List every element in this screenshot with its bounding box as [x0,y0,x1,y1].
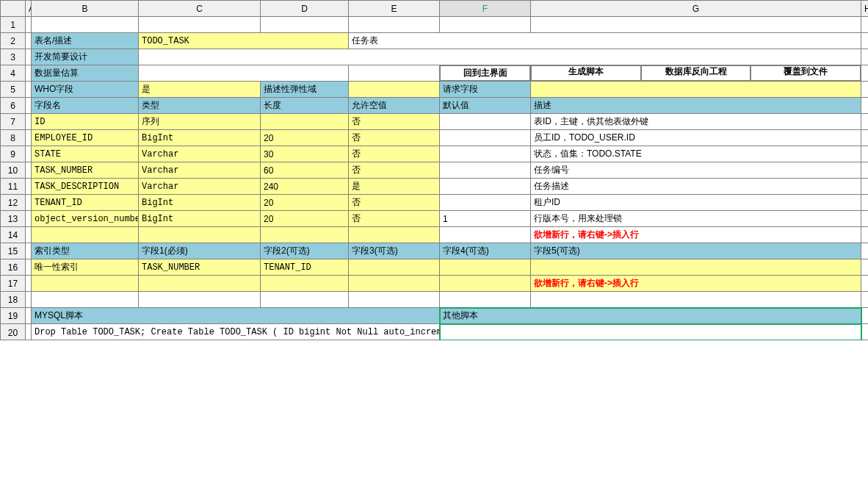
field-len[interactable]: 20 [261,130,349,146]
col-D[interactable]: D [261,1,349,17]
design-value[interactable] [139,49,861,65]
table-name-value[interactable]: TODO_TASK [139,33,349,49]
label-req[interactable]: 请求字段 [440,82,531,98]
empty-cell[interactable] [32,276,139,292]
field-default[interactable] [440,162,531,179]
row-5[interactable]: 5 [1,82,26,98]
row-17[interactable]: 17 [1,276,26,292]
field-desc[interactable]: 任务编号 [531,162,861,179]
col-C[interactable]: C [139,1,261,17]
idx-f5[interactable] [531,259,861,276]
label-flex[interactable]: 描述性弹性域 [261,82,349,98]
field-null[interactable]: 否 [349,130,440,146]
field-name[interactable]: TENANT_ID [32,195,139,211]
table-desc-value[interactable]: 任务表 [349,33,861,49]
field-desc[interactable]: 租户ID [531,195,861,211]
label-who[interactable]: WHO字段 [32,82,139,98]
row-8[interactable]: 8 [1,130,26,146]
other-script-body[interactable] [440,324,861,340]
corner-cell[interactable] [1,1,26,17]
req-value[interactable] [531,82,861,98]
col-A[interactable]: A [26,1,32,17]
row-20[interactable]: 20 [1,324,26,340]
field-null[interactable]: 否 [349,195,440,211]
db-reverse-button[interactable]: 数据库反向工程 [641,65,751,81]
field-default[interactable] [440,195,531,211]
field-null[interactable]: 否 [349,162,440,179]
field-null[interactable]: 否 [349,211,440,227]
field-type[interactable]: BigInt [139,195,261,211]
row-4[interactable]: 4 [1,65,26,82]
field-desc[interactable]: 表ID，主键，供其他表做外键 [531,114,861,130]
empty-cell[interactable] [139,227,261,243]
idx-f4[interactable] [440,259,531,276]
field-desc[interactable]: 任务描述 [531,179,861,195]
field-name[interactable]: EMPLOYEE_ID [32,130,139,146]
col-E[interactable]: E [349,1,440,17]
field-desc[interactable]: 行版本号，用来处理锁 [531,211,861,227]
field-default[interactable] [440,146,531,162]
empty-cell[interactable] [440,276,531,292]
field-name[interactable]: STATE [32,146,139,162]
field-type[interactable]: 序列 [139,114,261,130]
col-G[interactable]: G [531,1,861,17]
row-7[interactable]: 7 [1,114,26,130]
label-design[interactable]: 开发简要设计 [32,49,139,65]
field-name[interactable]: object_version_number [32,211,139,227]
who-value[interactable]: 是 [139,82,261,98]
empty-cell[interactable] [349,227,440,243]
idx-type[interactable]: 唯一性索引 [32,259,139,276]
row-6[interactable]: 6 [1,98,26,114]
field-default[interactable]: 1 [440,211,531,227]
idx-f1[interactable]: TASK_NUMBER [139,259,261,276]
field-len[interactable]: 30 [261,146,349,162]
row-19[interactable]: 19 [1,308,26,324]
row-2[interactable]: 2 [1,33,26,49]
row-10[interactable]: 10 [1,162,26,179]
gen-script-button[interactable]: 生成脚本 [531,65,641,81]
field-type[interactable]: Varchar [139,162,261,179]
row-18[interactable]: 18 [1,292,26,308]
field-default[interactable] [440,130,531,146]
row-15[interactable]: 15 [1,243,26,259]
field-len[interactable]: 240 [261,179,349,195]
field-type[interactable]: BigInt [139,130,261,146]
overwrite-file-button[interactable]: 覆盖到文件 [751,65,861,81]
col-H[interactable]: H [861,1,869,17]
row-14[interactable]: 14 [1,227,26,243]
field-type[interactable]: Varchar [139,146,261,162]
field-null[interactable]: 是 [349,179,440,195]
empty-cell[interactable] [139,276,261,292]
row-11[interactable]: 11 [1,179,26,195]
spreadsheet[interactable]: A B C D E F G H 1 2 表名/描述 TODO_TASK 任务表 … [0,0,868,340]
field-desc[interactable]: 员工ID，TODO_USER.ID [531,130,861,146]
field-len[interactable]: 20 [261,195,349,211]
empty-cell[interactable] [261,227,349,243]
idx-f3[interactable] [349,259,440,276]
label-data-volume[interactable]: 数据量估算 [32,65,139,82]
field-len[interactable] [261,114,349,130]
empty-cell[interactable] [440,227,531,243]
data-volume-value[interactable] [139,65,349,82]
empty-cell[interactable] [261,276,349,292]
flex-value[interactable] [349,82,440,98]
mysql-script-body[interactable]: Drop Table TODO_TASK; Create Table TODO_… [32,324,440,340]
row-9[interactable]: 9 [1,146,26,162]
back-main-button[interactable]: 回到主界面 [440,65,531,82]
empty-cell[interactable] [349,276,440,292]
row-12[interactable]: 12 [1,195,26,211]
row-1[interactable]: 1 [1,17,26,33]
field-name[interactable]: TASK_DESCRIPTION [32,179,139,195]
col-F[interactable]: F [440,1,531,17]
idx-f2[interactable]: TENANT_ID [261,259,349,276]
col-B[interactable]: B [32,1,139,17]
row-16[interactable]: 16 [1,259,26,276]
field-name[interactable]: ID [32,114,139,130]
field-len[interactable]: 20 [261,211,349,227]
field-type[interactable]: Varchar [139,179,261,195]
row-3[interactable]: 3 [1,49,26,65]
field-default[interactable] [440,179,531,195]
field-type[interactable]: BigInt [139,211,261,227]
field-null[interactable]: 否 [349,114,440,130]
field-name[interactable]: TASK_NUMBER [32,162,139,179]
